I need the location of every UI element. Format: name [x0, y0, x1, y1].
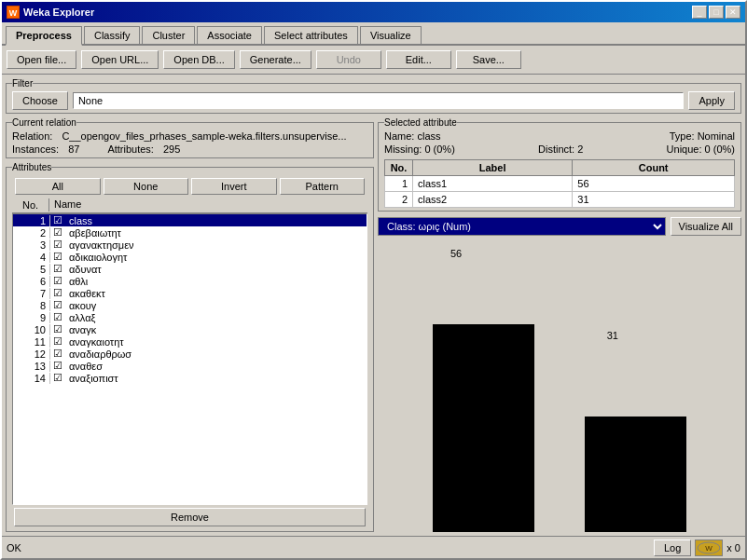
attr-row-13[interactable]: 13 ☑ αναθεσ — [13, 360, 367, 372]
toolbar: Open file... Open URL... Open DB... Gene… — [2, 46, 745, 75]
attr-no-12: 12 — [13, 348, 50, 360]
status-text: OK — [7, 542, 21, 553]
chart-area: 56 31 — [378, 243, 741, 532]
left-panel: Current relation Relation: C__opengov_fi… — [6, 117, 374, 532]
weka-logo: W — [695, 540, 723, 556]
relation-info: Relation: C__opengov_files_prhases_sampl… — [12, 130, 367, 155]
attr-cb-10[interactable]: ☑ — [50, 323, 65, 335]
attr-row-10[interactable]: 10 ☑ αναγκ — [13, 323, 367, 335]
attr-row-5[interactable]: 5 ☑ αδυνατ — [13, 263, 367, 275]
attr-row-4[interactable]: 4 ☑ αδικαιολογητ — [13, 251, 367, 263]
relation-value: C__opengov_files_prhases_sample-weka.fil… — [62, 130, 346, 142]
attr-cb-11[interactable]: ☑ — [50, 335, 65, 348]
class-dropdown[interactable]: Class: ωριç (Num) — [378, 217, 666, 236]
attr-row-8[interactable]: 8 ☑ ακουγ — [13, 299, 367, 311]
open-db-button[interactable]: Open DB... — [163, 50, 234, 69]
attr-name-2: αβεβαιωτητ — [65, 227, 121, 239]
attr-cb-1[interactable]: ☑ — [50, 214, 65, 226]
sa-unique: Unique: 0 (0%) — [667, 143, 735, 155]
sa-type-value: Nominal — [698, 130, 735, 142]
visualize-all-button[interactable]: Visualize All — [671, 217, 742, 236]
maximize-button[interactable]: □ — [709, 6, 724, 19]
log-button[interactable]: Log — [654, 540, 691, 556]
app-icon: W — [7, 6, 20, 19]
current-relation-section: Current relation Relation: C__opengov_fi… — [6, 117, 374, 158]
attr-cb-13[interactable]: ☑ — [50, 360, 65, 372]
chart-bar-1 — [433, 324, 534, 532]
attr-row-14[interactable]: 14 ☑ αναξιοπιστ — [13, 372, 367, 384]
trow1-no: 1 — [385, 176, 413, 192]
attr-cb-5[interactable]: ☑ — [50, 263, 65, 275]
attr-no-9: 9 — [13, 312, 50, 323]
none-button[interactable]: None — [104, 178, 189, 195]
trow2-label: class2 — [413, 192, 573, 208]
sa-distinct: Distinct: 2 — [538, 143, 583, 155]
main-row: Current relation Relation: C__opengov_fi… — [6, 117, 741, 532]
attr-row-7[interactable]: 7 ☑ ακαθεκτ — [13, 287, 367, 299]
trow2-count: 31 — [573, 192, 735, 208]
close-button[interactable]: ✕ — [726, 6, 740, 19]
attr-cb-8[interactable]: ☑ — [50, 299, 65, 311]
filter-value-display: None — [73, 92, 685, 109]
tab-visualize[interactable]: Visualize — [360, 26, 422, 44]
edit-button[interactable]: Edit... — [386, 50, 451, 69]
attr-cb-12[interactable]: ☑ — [50, 348, 65, 360]
attr-no-6: 6 — [13, 276, 50, 287]
selected-attribute-label: Selected attribute — [384, 117, 457, 128]
filter-apply-button[interactable]: Apply — [688, 91, 735, 110]
save-button[interactable]: Save... — [456, 50, 521, 69]
attr-cb-9[interactable]: ☑ — [50, 311, 65, 323]
remove-button[interactable]: Remove — [14, 508, 366, 526]
all-button[interactable]: All — [15, 178, 101, 195]
tab-associate[interactable]: Associate — [197, 26, 262, 44]
attr-buttons-row: All None Invert Pattern — [12, 175, 367, 198]
attr-name-12: αναδιαρθρωσ — [65, 348, 131, 360]
title-bar-controls: _ □ ✕ — [692, 6, 740, 19]
table-row-1: 1 class1 56 — [385, 176, 735, 192]
attr-cb-6[interactable]: ☑ — [50, 275, 65, 287]
attr-name-3: αγανακτησμεν — [65, 239, 134, 251]
tab-classify[interactable]: Classify — [84, 26, 141, 44]
filter-choose-button[interactable]: Choose — [12, 91, 68, 110]
main-content: Filter Choose None Apply Current relatio… — [2, 75, 745, 536]
open-file-button[interactable]: Open file... — [7, 50, 76, 69]
attr-row-1[interactable]: 1 ☑ class — [13, 214, 367, 226]
attr-cb-4[interactable]: ☑ — [50, 251, 65, 263]
chart-bar1-label: 56 — [450, 248, 462, 259]
tab-preprocess[interactable]: Preprocess — [6, 26, 82, 46]
invert-button[interactable]: Invert — [191, 178, 277, 195]
x0-label: x 0 — [726, 542, 740, 553]
pattern-button[interactable]: Pattern — [280, 178, 366, 195]
attr-cb-2[interactable]: ☑ — [50, 226, 65, 239]
attr-cb-3[interactable]: ☑ — [50, 239, 65, 251]
svg-text:W: W — [706, 544, 713, 553]
attr-row-11[interactable]: 11 ☑ αναγκαιοτητ — [13, 335, 367, 348]
generate-button[interactable]: Generate... — [240, 50, 311, 69]
sa-name-label: Name: class — [384, 130, 441, 142]
instances-label: Instances: — [12, 143, 59, 155]
attr-row-9[interactable]: 9 ☑ αλλαξ — [13, 311, 367, 323]
undo-button[interactable]: Undo — [316, 50, 381, 69]
attr-row-2[interactable]: 2 ☑ αβεβαιωτητ — [13, 226, 367, 239]
attr-name-5: αδυνατ — [65, 264, 102, 275]
attr-row-6[interactable]: 6 ☑ αθλι — [13, 275, 367, 287]
tab-select-attributes[interactable]: Select attributes — [264, 26, 358, 44]
tab-cluster[interactable]: Cluster — [142, 26, 195, 44]
attr-no-8: 8 — [13, 300, 50, 311]
attr-no-7: 7 — [13, 288, 50, 299]
attr-name-1: class — [65, 215, 92, 226]
minimize-button[interactable]: _ — [692, 6, 707, 19]
tab-bar: Preprocess Classify Cluster Associate Se… — [2, 22, 745, 46]
attr-list-header: No. Name — [12, 198, 367, 213]
attr-cb-7[interactable]: ☑ — [50, 287, 65, 299]
chart-bar-2 — [585, 417, 686, 532]
right-panel: Selected attribute Name: class Type: Nom… — [378, 117, 741, 532]
attr-row-12[interactable]: 12 ☑ αναδιαρθρωσ — [13, 348, 367, 360]
open-url-button[interactable]: Open URL... — [81, 50, 159, 69]
attr-row-3[interactable]: 3 ☑ αγανακτησμεν — [13, 239, 367, 251]
selected-attribute-table: No. Label Count 1 class1 56 — [384, 159, 735, 208]
attr-cb-14[interactable]: ☑ — [50, 372, 65, 384]
attributes-section: Attributes All None Invert Pattern No. N… — [6, 162, 374, 532]
attribute-list[interactable]: 1 ☑ class 2 ☑ αβεβαιωτητ 3 ☑ αγανακτ — [12, 213, 367, 505]
attr-name-4: αδικαιολογητ — [65, 252, 127, 263]
